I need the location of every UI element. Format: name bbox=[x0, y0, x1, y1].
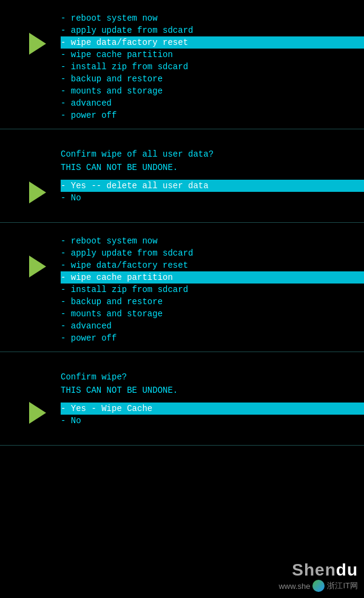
arrow-shape-1 bbox=[29, 33, 46, 55]
section-confirm1: Confirm wipe of all user data? THIS CAN … bbox=[0, 129, 364, 223]
globe-icon bbox=[312, 580, 325, 592]
menu-item[interactable]: - mounts and storage bbox=[61, 85, 364, 97]
confirm-yes[interactable]: - Yes -- delete all user data bbox=[61, 180, 364, 192]
menu-item[interactable]: - install zip from sdcard bbox=[61, 61, 364, 73]
menu-item[interactable]: - wipe cache partition bbox=[61, 49, 364, 61]
confirm-options-2: - Yes - Wipe Cache - No bbox=[0, 403, 364, 427]
confirm-text-2: Confirm wipe? THIS CAN NOT BE UNDONE. bbox=[0, 370, 364, 398]
watermark: Shendu www.she 浙江IT网 bbox=[278, 560, 358, 592]
menu-item[interactable]: - reboot system now bbox=[61, 12, 364, 24]
arrow-shape-4 bbox=[29, 402, 46, 424]
watermark-url: www.she bbox=[278, 582, 310, 591]
menu-item[interactable]: - power off bbox=[61, 332, 364, 344]
menu-item[interactable]: - reboot system now bbox=[61, 235, 364, 247]
confirm-line1: Confirm wipe of all user data? bbox=[61, 148, 364, 161]
confirm-no[interactable]: - No bbox=[61, 192, 364, 204]
menu-item[interactable]: - power off bbox=[61, 109, 364, 121]
menu-item[interactable]: - wipe data/factory reset bbox=[61, 259, 364, 271]
wipe-cache-yes[interactable]: - Yes - Wipe Cache bbox=[61, 403, 364, 415]
section-menu2: - reboot system now - apply update from … bbox=[0, 223, 364, 352]
arrow-indicator-1 bbox=[29, 33, 46, 55]
section-menu1: - reboot system now - apply update from … bbox=[0, 0, 364, 129]
confirm-line4: THIS CAN NOT BE UNDONE. bbox=[61, 384, 364, 397]
watermark-title: Shendu bbox=[278, 560, 358, 580]
arrow-shape-3 bbox=[29, 256, 46, 277]
menu-item-selected[interactable]: - wipe data/factory reset bbox=[61, 36, 364, 49]
wipe-cache-no[interactable]: - No bbox=[61, 415, 364, 427]
watermark-gray: Shen bbox=[292, 560, 335, 579]
watermark-white: du bbox=[336, 560, 358, 579]
watermark-subtitle: www.she 浙江IT网 bbox=[278, 580, 358, 592]
section-confirm2: Confirm wipe? THIS CAN NOT BE UNDONE. - … bbox=[0, 352, 364, 446]
menu-item[interactable]: - advanced bbox=[61, 97, 364, 109]
menu-list-2: - reboot system now - apply update from … bbox=[0, 235, 364, 344]
menu-item-selected[interactable]: - wipe cache partition bbox=[61, 271, 364, 284]
menu-item[interactable]: - apply update from sdcard bbox=[61, 24, 364, 36]
arrow-indicator-3 bbox=[29, 256, 46, 277]
arrow-indicator-4 bbox=[29, 402, 46, 424]
menu-item[interactable]: - backup and restore bbox=[61, 296, 364, 308]
arrow-indicator-2 bbox=[29, 182, 46, 203]
watermark-cn: 浙江IT网 bbox=[327, 580, 358, 591]
confirm-text-1: Confirm wipe of all user data? THIS CAN … bbox=[0, 148, 364, 175]
menu-item[interactable]: - advanced bbox=[61, 320, 364, 332]
confirm-line3: Confirm wipe? bbox=[61, 370, 364, 384]
menu-item[interactable]: - mounts and storage bbox=[61, 308, 364, 320]
confirm-options-1: - Yes -- delete all user data - No bbox=[0, 180, 364, 204]
menu-item[interactable]: - apply update from sdcard bbox=[61, 247, 364, 259]
arrow-shape-2 bbox=[29, 182, 46, 203]
menu-list-1: - reboot system now - apply update from … bbox=[0, 12, 364, 121]
menu-item[interactable]: - backup and restore bbox=[61, 73, 364, 85]
menu-item[interactable]: - install zip from sdcard bbox=[61, 284, 364, 296]
confirm-line2: THIS CAN NOT BE UNDONE. bbox=[61, 161, 364, 174]
